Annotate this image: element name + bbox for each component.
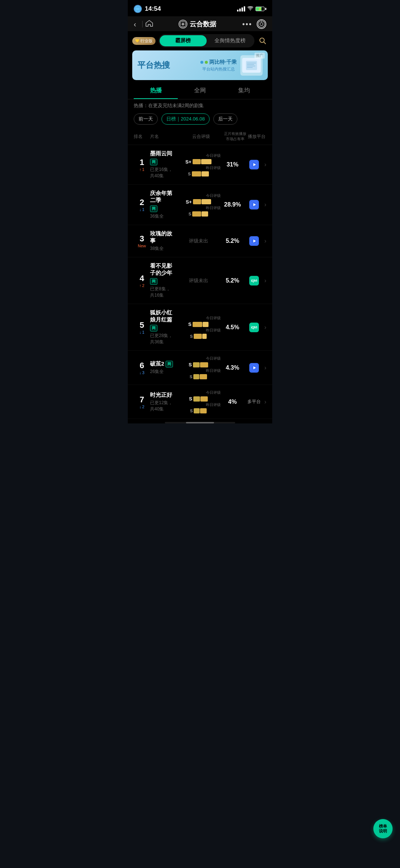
search-button[interactable]: [257, 36, 268, 46]
rank-col: 5 ↓1: [134, 320, 150, 334]
yunhe-logo-icon: [179, 20, 187, 29]
rank-col: 2 ↓1: [134, 198, 150, 212]
rank-col: 1 ↑1: [134, 158, 150, 172]
drama-info: 已更8集，共16集: [150, 286, 174, 298]
platform-col: iQIYI: [244, 276, 264, 286]
today-label: 今日评级: [206, 153, 221, 158]
sub-tab-allnet[interactable]: 全网: [178, 83, 222, 99]
change-arrow: ↓: [139, 207, 141, 212]
drama-title: 墨雨云间网: [150, 150, 174, 165]
drama-info: 已更16集，共40集: [150, 166, 174, 179]
drama-info: 26集全: [150, 369, 174, 375]
camera-icon[interactable]: [257, 19, 266, 29]
tabs-row: 💛 行业版 霸屏榜 全舆情热度榜: [128, 31, 272, 50]
rank-change: New: [138, 244, 146, 248]
tab-group: 霸屏榜 全舆情热度榜: [159, 34, 254, 47]
more-icon[interactable]: •••: [242, 20, 252, 29]
net-badge: 网: [150, 325, 157, 331]
chevron-right-icon: ›: [264, 201, 266, 208]
rating-col: 评级未出: [176, 277, 221, 284]
change-arrow: ↓: [139, 330, 141, 334]
wifi-icon: [247, 6, 253, 12]
vip-badge[interactable]: 💛 行业版: [132, 37, 156, 45]
drama-title: 狐妖小红娘月红篇网: [150, 309, 174, 331]
drama-row[interactable]: 2 ↓1 庆余年第二季网 36集全 今日评级 S+ 昨日评级 S 28.9%: [128, 185, 272, 225]
today-grade: S+: [186, 199, 192, 205]
yesterday-rating-bar: S: [189, 211, 208, 217]
yest-grade: S: [188, 172, 191, 176]
name-col: 墨雨云间网 已更16集，共40集: [150, 150, 176, 179]
today-grade: S: [189, 362, 192, 367]
yest-grade: S: [190, 334, 193, 339]
rank-col: 3 New: [134, 234, 150, 248]
change-arrow: ↓: [139, 370, 141, 375]
yesterday-label: 昨日评级: [206, 205, 221, 211]
share-col: 4%: [221, 399, 244, 405]
rank-change: ↑1: [139, 167, 144, 172]
sub-tab-hotplay[interactable]: 热播: [134, 83, 178, 99]
drama-row[interactable]: 3 New 玫瑰的故事 38集全 评级未出 5.2% ›: [128, 225, 272, 257]
scroll-indicator: [165, 422, 235, 423]
chevron-right-icon: ›: [264, 161, 266, 168]
heart-icon: 💛: [135, 39, 139, 43]
rank-number: 3: [140, 234, 144, 244]
chevron-right-icon: ›: [264, 399, 266, 405]
today-rating-bar: S: [189, 362, 208, 367]
platform-col: 多平台: [244, 399, 264, 405]
rank-number: 2: [140, 198, 144, 207]
yest-grade: S: [190, 409, 193, 413]
svg-rect-12: [246, 61, 257, 70]
change-arrow: ↓: [139, 405, 141, 409]
tab-yuqing[interactable]: 全舆情热度榜: [207, 35, 254, 46]
change-arrow: ↑: [139, 167, 141, 172]
change-num: 3: [142, 370, 144, 375]
change-num: 1: [142, 207, 144, 212]
banner[interactable]: 推广 平台热搜 两比特·千乘 平台站内热搜汇总: [132, 50, 268, 80]
yesterday-label: 昨日评级: [206, 165, 221, 171]
rank-change: ↓2: [139, 405, 144, 409]
sub-tab-peravg[interactable]: 集均: [222, 83, 266, 99]
rank-change: ↓1: [139, 330, 144, 334]
nav-top-bar: ‹ 云合数据 •••: [128, 16, 272, 31]
drama-row[interactable]: 7 ↓2 时光正好 已更12集，共40集 今日评级 S 昨日评级 S 4% 多平…: [128, 385, 272, 419]
back-btn[interactable]: ‹: [134, 20, 139, 29]
banner-right: 两比特·千乘 平台站内热搜汇总: [200, 59, 237, 72]
drama-row[interactable]: 4 ↑2 看不见影子的少年网 已更8集，共16集 评级未出 5.2% iQIYI…: [128, 257, 272, 304]
chevron-right-icon: ›: [264, 364, 266, 371]
drama-row[interactable]: 1 ↑1 墨雨云间网 已更16集，共40集 今日评级 S+ 昨日评级 S 31%: [128, 145, 272, 185]
prev-day-btn[interactable]: 前一天: [134, 113, 158, 125]
signal-icon: [237, 6, 245, 11]
drama-row[interactable]: 5 ↓1 狐妖小红娘月红篇网 已更28集，共36集 今日评级 S 昨日评级 S …: [128, 304, 272, 351]
sub-tabs: 热播 全网 集均: [128, 83, 272, 99]
home-btn[interactable]: [146, 20, 153, 29]
yesterday-rating-bar: S: [190, 374, 207, 379]
rating-col: 今日评级 S+ 昨日评级 S: [176, 153, 221, 176]
yesterday-rating-bar: S: [190, 334, 207, 339]
drama-title: 玫瑰的故事: [150, 230, 174, 244]
drama-row[interactable]: 6 ↓3 破茧2网 26集全 今日评级 S 昨日评级 S 4.3% ›: [128, 351, 272, 385]
drama-info: 36集全: [150, 213, 174, 220]
app-logo: [134, 5, 142, 13]
ad-label: 推广: [254, 53, 265, 59]
today-label: 今日评级: [206, 193, 221, 198]
svg-line-11: [264, 42, 266, 44]
today-rating-bar: S: [189, 396, 208, 402]
no-rating-label: 评级未出: [176, 238, 221, 244]
yesterday-rating-bar: S: [190, 408, 207, 413]
today-rating-bar: S+: [186, 159, 211, 165]
today-grade: S: [189, 396, 192, 402]
th-name: 片名: [150, 133, 179, 140]
rank-col: 7 ↓2: [134, 395, 150, 409]
next-day-btn[interactable]: 后一天: [213, 113, 237, 125]
drama-list: 1 ↑1 墨雨云间网 已更16集，共40集 今日评级 S+ 昨日评级 S 31%: [128, 145, 272, 419]
today-label: 今日评级: [206, 316, 221, 321]
banner-brand: 两比特·千乘: [200, 59, 237, 66]
drama-title: 庆余年第二季网: [150, 190, 174, 212]
tab-baping[interactable]: 霸屏榜: [160, 35, 207, 46]
platform-col: iQIYI: [244, 323, 264, 332]
rank-change: ↓3: [139, 370, 144, 375]
current-date-btn[interactable]: 日榜｜2024.06.08: [161, 113, 210, 125]
share-col: 4.5%: [221, 324, 244, 331]
rating-col: 评级未出: [176, 238, 221, 244]
today-grade: S: [188, 321, 191, 327]
